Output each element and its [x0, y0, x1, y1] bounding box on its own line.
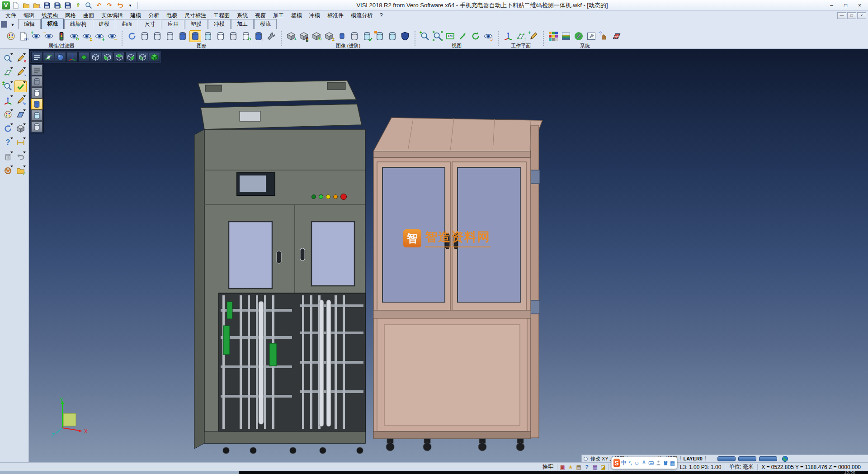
mdi-minimize-button[interactable]: —: [837, 12, 846, 19]
light-cylinder-icon[interactable]: [387, 30, 398, 42]
striped-cylinder-icon[interactable]: [349, 30, 360, 42]
view-top-icon[interactable]: [78, 52, 90, 62]
mic-icon[interactable]: [641, 460, 647, 466]
shaded-cylinder-icon[interactable]: [177, 30, 189, 42]
view-axonometric-icon[interactable]: [90, 52, 101, 62]
sketch-plane-icon[interactable]: [14, 109, 27, 120]
graphics-settings-icon[interactable]: [265, 30, 277, 42]
save-copy-icon[interactable]: →: [63, 1, 72, 9]
image-filter-icon[interactable]: [298, 30, 310, 42]
transparent-cylinder-icon[interactable]: [31, 110, 42, 121]
workplane-edit-icon[interactable]: +: [528, 30, 539, 42]
tab-mould[interactable]: 塑膜: [185, 19, 208, 29]
curve-edit-icon[interactable]: ∿: [14, 95, 27, 106]
minimize-button[interactable]: –: [825, 1, 838, 9]
wand-icon[interactable]: ★: [566, 464, 575, 471]
window-config-icon[interactable]: [585, 30, 597, 42]
revert-icon[interactable]: [115, 1, 124, 9]
new-file-icon[interactable]: [11, 1, 20, 9]
ime-punct[interactable]: °,: [628, 460, 632, 465]
ime-logo[interactable]: S: [613, 459, 620, 467]
close-button[interactable]: ×: [853, 1, 866, 9]
tab-surface[interactable]: 曲面: [116, 19, 138, 29]
wireframe-cylinder-icon[interactable]: [31, 76, 42, 87]
clipboard-icon[interactable]: ▣: [558, 464, 566, 471]
zoom-in-out-icon[interactable]: ±: [419, 30, 431, 42]
tab-die[interactable]: 冲模: [208, 19, 231, 29]
hidden-line-cylinder-icon[interactable]: [31, 87, 42, 98]
check-cylinder-icon[interactable]: [361, 30, 373, 42]
page-visibility-icon[interactable]: [18, 30, 29, 42]
tab-machining[interactable]: 加工: [231, 19, 254, 29]
tab-edit[interactable]: 编辑: [18, 19, 41, 29]
shaded-sphere-icon[interactable]: [55, 52, 66, 62]
axes-icon[interactable]: [66, 52, 78, 62]
save-icon[interactable]: [42, 1, 52, 9]
workplane-align-icon[interactable]: ↑: [515, 30, 527, 42]
tab-modeling[interactable]: 建模: [93, 19, 115, 29]
color-swatch-1[interactable]: [717, 456, 736, 461]
menu-standard-parts[interactable]: 标准件: [324, 11, 347, 20]
tab-flow[interactable]: 模流: [254, 19, 277, 29]
cad-model[interactable]: [29, 49, 868, 462]
shaded-edges-cylinder-icon[interactable]: [189, 30, 201, 42]
zoom-in-out-icon[interactable]: ±: [2, 81, 14, 92]
recycle-cylinder-icon[interactable]: ↻: [240, 30, 252, 42]
redo-icon[interactable]: ↷: [105, 1, 114, 9]
save-as-icon[interactable]: +: [53, 1, 62, 9]
attributes-palette-icon[interactable]: [5, 30, 17, 42]
shirt-icon[interactable]: [663, 460, 669, 466]
lock-label[interactable]: 拴牢: [540, 463, 556, 471]
spline-icon[interactable]: ~: [14, 66, 27, 78]
select-hand-icon[interactable]: ⁘: [598, 30, 610, 42]
window-settings-icon[interactable]: [560, 30, 572, 42]
wcs-axes-icon[interactable]: [2, 95, 14, 106]
image-add-icon[interactable]: +: [285, 30, 297, 42]
measure-icon[interactable]: [14, 137, 27, 148]
color-swatch-2[interactable]: [738, 456, 756, 461]
confirm-check-icon[interactable]: [14, 81, 27, 92]
maximize-button[interactable]: □: [839, 1, 852, 9]
show-all-icon[interactable]: +: [94, 30, 105, 42]
layer-label[interactable]: LAYER0: [684, 456, 703, 461]
outline-cylinder-icon[interactable]: [215, 30, 226, 42]
view-eye-icon[interactable]: ☺: [482, 30, 494, 42]
delete-trash-icon[interactable]: [2, 151, 14, 162]
viewport-3d[interactable]: 智 智造资料网 Y X Z 修改 XY 上视图 绝对视图: [29, 49, 868, 462]
transparent-cylinder-icon[interactable]: [202, 30, 214, 42]
hatched-cylinder-icon[interactable]: [31, 121, 42, 132]
hatched-cylinder-icon[interactable]: [227, 30, 239, 42]
wireframe-cylinder-icon[interactable]: [139, 30, 151, 42]
tab-dimension[interactable]: 尺寸: [139, 19, 161, 29]
zoom-window-icon[interactable]: [2, 66, 14, 78]
undo-icon[interactable]: ↶: [94, 1, 104, 9]
image-toggle-icon[interactable]: ±: [323, 30, 335, 42]
machine-left-gray[interactable]: [194, 81, 365, 454]
tabbar-dropdown-icon[interactable]: ▼: [9, 21, 16, 28]
ime-mode[interactable]: 中: [621, 459, 627, 467]
refresh-visibility-icon[interactable]: ↻: [68, 30, 80, 42]
copy-cylinder-icon[interactable]: →: [253, 30, 264, 42]
view-toggle-icon[interactable]: [584, 457, 588, 461]
grid-icon[interactable]: ▦: [670, 460, 675, 466]
emoji-icon[interactable]: ☺: [634, 460, 639, 466]
mdi-restore-button[interactable]: □: [847, 12, 856, 19]
undo-icon[interactable]: [14, 151, 27, 162]
image-refresh-icon[interactable]: ↻: [311, 30, 322, 42]
filter-traffic-icon[interactable]: [56, 30, 67, 42]
keyboard-icon[interactable]: [648, 460, 654, 466]
attributes-brush-icon[interactable]: [2, 109, 14, 120]
solid-cube-icon[interactable]: [14, 123, 27, 134]
solid-cylinder-icon[interactable]: [336, 30, 348, 42]
open-folder-icon[interactable]: [22, 1, 31, 9]
help-icon[interactable]: ?: [583, 464, 591, 471]
menu-lines-icon[interactable]: [31, 65, 42, 76]
mdi-close-button[interactable]: ×: [857, 12, 866, 19]
regen-icon[interactable]: [126, 30, 138, 42]
package-icon[interactable]: ▦: [591, 464, 599, 471]
quickbar-dropdown-icon[interactable]: ▾: [126, 1, 135, 9]
brush-icon[interactable]: ▤: [575, 464, 583, 471]
print-preview-icon[interactable]: [84, 1, 93, 9]
zoom-arrow-icon[interactable]: [457, 30, 469, 42]
person-icon[interactable]: [656, 460, 661, 466]
